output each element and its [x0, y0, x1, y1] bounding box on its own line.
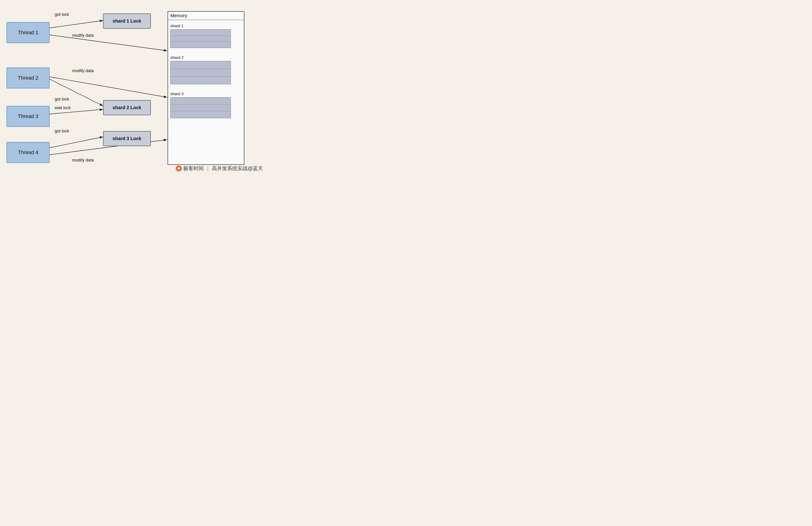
thread2-box: Thread 2: [6, 68, 49, 88]
label-got-lock-1: got lock: [55, 12, 69, 17]
brand-logo: 极客时间: [176, 165, 204, 172]
shard3-data: [170, 97, 231, 118]
shard2-label: shard 2: [170, 55, 242, 60]
footer: 极客时间 | 高并发系统实战@蓝天: [176, 165, 263, 172]
svg-line-2: [49, 35, 167, 51]
label-got-lock-3: got lock: [55, 129, 69, 134]
lock2-box: shard 2 Lock: [103, 100, 151, 115]
diagram-container: Thread 1 Thread 2 Thread 3 Thread 4 shar…: [0, 0, 270, 175]
label-modify-data-3: modify data: [72, 158, 94, 163]
logo-icon: [176, 165, 182, 172]
shard1-data: [170, 29, 231, 48]
thread4-box: Thread 4: [6, 142, 49, 163]
label-modify-data-1: modify data: [72, 33, 94, 38]
brand-name: 极客时间: [183, 165, 204, 172]
lock1-label: shard 1 Lock: [113, 18, 141, 24]
lock3-label: shard 3 Lock: [113, 136, 141, 141]
memory-title: Memory: [168, 12, 244, 20]
svg-line-1: [49, 20, 103, 28]
memory-panel: Memory shard 1 shard 2 shard 3: [168, 11, 244, 165]
thread1-box: Thread 1: [6, 22, 49, 43]
label-wait-lock: wait lock: [55, 105, 71, 110]
lock3-box: shard 3 Lock: [103, 131, 151, 146]
thread3-label: Thread 3: [18, 113, 38, 119]
lock2-label: shard 2 Lock: [113, 105, 141, 110]
thread3-box: Thread 3: [6, 106, 49, 127]
label-modify-data-2: modify data: [72, 69, 94, 73]
svg-line-4: [49, 79, 103, 106]
lock1-box: shard 1 Lock: [103, 14, 151, 29]
label-got-lock-2: got lock: [55, 97, 69, 102]
shard1-label: shard 1: [170, 24, 242, 28]
shard2-data: [170, 61, 231, 84]
shard2-section: shard 2: [168, 54, 244, 86]
thread4-label: Thread 4: [18, 149, 38, 156]
shard1-section: shard 1: [168, 23, 244, 50]
shard3-label: shard 3: [170, 92, 242, 96]
thread1-label: Thread 1: [18, 30, 38, 35]
shard3-section: shard 3: [168, 90, 244, 120]
logo-inner: [177, 167, 180, 170]
footer-divider: |: [207, 165, 208, 172]
footer-tagline: 高并发系统实战@蓝天: [212, 165, 263, 172]
thread2-label: Thread 2: [18, 75, 38, 81]
svg-line-3: [49, 77, 167, 97]
svg-line-6: [49, 137, 103, 148]
